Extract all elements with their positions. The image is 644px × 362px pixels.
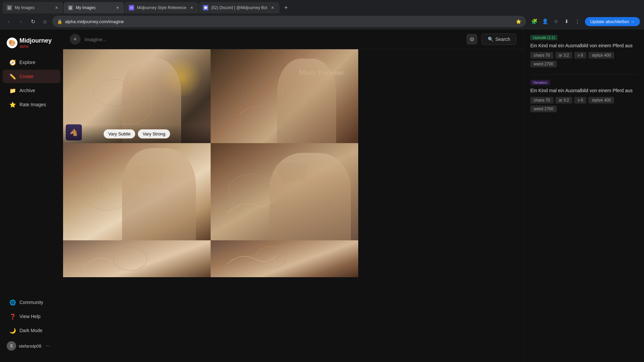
sidebar-item-explore-label: Explore xyxy=(19,60,35,65)
sidebar: 🎨 Midjourney alpha 🧭 Explore ✏️ Create 📁… xyxy=(0,29,63,362)
sidebar-item-view-help[interactable]: ❓ View Help xyxy=(3,310,60,323)
prompt-text-1: Ein Kind mal ein Ausmalbild von einem Pf… xyxy=(530,42,637,49)
prompt-section-1: Upscale (1:1) Ein Kind mal ein Ausmalbil… xyxy=(530,35,637,67)
community-icon: 🌐 xyxy=(9,299,16,306)
rate-images-icon: ⭐ xyxy=(9,101,16,108)
prompt-text-2: Ein Kind mal ein Ausmalbild von einem Pf… xyxy=(530,87,637,94)
param-v-2: v 6 xyxy=(574,97,586,104)
sidebar-item-community-label: Community xyxy=(19,300,43,305)
logo-text: Midjourney xyxy=(19,38,52,44)
address-bar-row: ‹ › ↻ ⌂ 🔒 alpha.midjourney.com/imagine ⭐… xyxy=(0,13,644,29)
variation-badge: Variation xyxy=(530,80,550,85)
tab-4-title: (52) Discord | @Midjourney Bot xyxy=(211,5,267,10)
image-card-5[interactable] xyxy=(63,240,211,277)
images-area: 🐴 Vary Subtle Vary Strong xyxy=(63,49,523,362)
search-label: Search xyxy=(495,37,510,42)
grid-col-1: 🐴 Vary Subtle Vary Strong xyxy=(63,49,211,362)
sidebar-bottom: 🌐 Community ❓ View Help 🌙 Dark Mode S st… xyxy=(0,292,63,357)
param-ar: ar 3:2 xyxy=(555,52,573,59)
sidebar-item-explore[interactable]: 🧭 Explore xyxy=(3,56,60,69)
tab-4-close[interactable]: ✕ xyxy=(270,5,275,10)
param-stylize-2: stylize 400 xyxy=(588,97,614,104)
tab-4[interactable]: 💬 (52) Discord | @Midjourney Bot ✕ xyxy=(199,2,279,13)
profile-icon[interactable]: 👤 xyxy=(541,17,550,26)
filter-button[interactable]: ⚙ xyxy=(467,34,477,45)
top-bar: + ⚙ 🔍 Search xyxy=(63,29,523,49)
vary-subtle-button[interactable]: Vary Subtle xyxy=(104,129,135,138)
tab-1-favicon: 🖼 xyxy=(7,5,12,10)
divider-1 xyxy=(530,74,637,74)
explore-icon: 🧭 xyxy=(9,59,16,66)
imagine-input[interactable] xyxy=(85,37,463,42)
prompt-header-1: Upscale (1:1) xyxy=(530,35,637,40)
svg-point-6 xyxy=(229,174,273,206)
settings-icon[interactable]: ⋮ xyxy=(573,17,582,26)
card-overlay-1: Vary Subtle Vary Strong xyxy=(63,125,211,143)
svg-point-9 xyxy=(265,252,270,257)
download-icon[interactable]: ⬇ xyxy=(562,17,572,26)
svg-point-0 xyxy=(93,79,133,106)
create-icon: ✏️ xyxy=(9,73,16,80)
spacer xyxy=(358,49,523,362)
address-text: alpha.midjourney.com/imagine xyxy=(65,19,513,24)
image-card-4[interactable] xyxy=(211,143,358,240)
svg-point-3 xyxy=(113,247,147,270)
svg-point-8 xyxy=(256,246,286,268)
tab-3[interactable]: M Midjourney Style Reference ✕ xyxy=(125,2,198,13)
image-card-2[interactable] xyxy=(63,143,211,240)
user-row[interactable]: S stefanstp08 ··· xyxy=(0,338,63,354)
new-tab-button[interactable]: + xyxy=(281,3,291,12)
avatar: S xyxy=(7,341,16,351)
param-chaos-2: chaos 70 xyxy=(530,97,553,104)
sidebar-item-create[interactable]: ✏️ Create xyxy=(3,70,60,83)
search-button[interactable]: 🔍 Search xyxy=(481,34,517,45)
address-bar[interactable]: 🔒 alpha.midjourney.com/imagine ⭐ xyxy=(52,16,526,27)
tab-3-close[interactable]: ✕ xyxy=(189,5,194,10)
tab-1-close[interactable]: ✕ xyxy=(54,5,59,10)
sidebar-item-dark-mode[interactable]: 🌙 Dark Mode xyxy=(3,324,60,337)
archive-icon: 📁 xyxy=(9,87,16,94)
image-card-6[interactable] xyxy=(211,240,358,277)
back-button[interactable]: ‹ xyxy=(4,17,13,26)
more-options-icon[interactable]: ··· xyxy=(45,343,50,349)
tab-2[interactable]: 🖼 My Images ✕ xyxy=(64,2,124,13)
dark-mode-icon: 🌙 xyxy=(9,327,16,334)
tab-2-favicon: 🖼 xyxy=(68,5,73,10)
help-icon: ❓ xyxy=(9,313,16,320)
update-button[interactable]: Update abschließen → xyxy=(585,17,640,26)
svg-point-2 xyxy=(101,187,106,193)
param-stylize: stylize 400 xyxy=(588,52,614,59)
tab-bar: 🖼 My Images ✕ 🖼 My Images ✕ M Midjourney… xyxy=(0,0,644,13)
extensions-icon[interactable]: 🧩 xyxy=(530,17,539,26)
sidebar-nav: 🧭 Explore ✏️ Create 📁 Archive ⭐ Rate Ima… xyxy=(0,55,63,292)
sidebar-item-rate-images[interactable]: ⭐ Rate Images xyxy=(3,98,60,111)
tab-4-favicon: 💬 xyxy=(203,5,208,10)
tab-1[interactable]: 🖼 My Images ✕ xyxy=(3,2,63,13)
main-content: + ⚙ 🔍 Search xyxy=(63,29,523,362)
svg-point-7 xyxy=(244,184,250,190)
image-card-3[interactable]: Mary Poppins xyxy=(211,49,358,143)
logo-icon: 🎨 xyxy=(7,38,17,48)
plus-button[interactable]: + xyxy=(70,34,80,45)
browser-chrome: 🖼 My Images ✕ 🖼 My Images ✕ M Midjourney… xyxy=(0,0,644,29)
forward-button[interactable]: › xyxy=(16,17,25,26)
image-partial-1 xyxy=(63,240,211,277)
sidebar-item-archive-label: Archive xyxy=(19,88,35,93)
tab-2-close[interactable]: ✕ xyxy=(115,5,120,10)
home-button[interactable]: ⌂ xyxy=(40,17,50,26)
upscale-badge: Upscale (1:1) xyxy=(530,35,557,40)
sidebar-item-archive[interactable]: 📁 Archive xyxy=(3,84,60,97)
sidebar-item-community[interactable]: 🌐 Community xyxy=(3,296,60,309)
right-panel: Upscale (1:1) Ein Kind mal ein Ausmalbil… xyxy=(523,29,644,362)
tab-3-favicon: M xyxy=(129,5,134,10)
prompt-header-2: Variation xyxy=(530,80,637,85)
bookmark-icon[interactable]: ☆ xyxy=(551,17,561,26)
reload-button[interactable]: ↻ xyxy=(28,17,38,26)
toolbar-icons: 🧩 👤 ☆ ⬇ ⋮ xyxy=(530,17,582,26)
vary-strong-button[interactable]: Vary Strong xyxy=(138,129,170,138)
image-mary-poppins: Mary Poppins xyxy=(211,49,358,143)
image-card-1[interactable]: 🐴 Vary Subtle Vary Strong xyxy=(63,49,211,143)
params-row-1: chaos 70 ar 3:2 v 6 stylize 400 weird 27… xyxy=(530,52,637,67)
param-chaos: chaos 70 xyxy=(530,52,553,59)
sidebar-logo: 🎨 Midjourney alpha xyxy=(0,35,63,55)
